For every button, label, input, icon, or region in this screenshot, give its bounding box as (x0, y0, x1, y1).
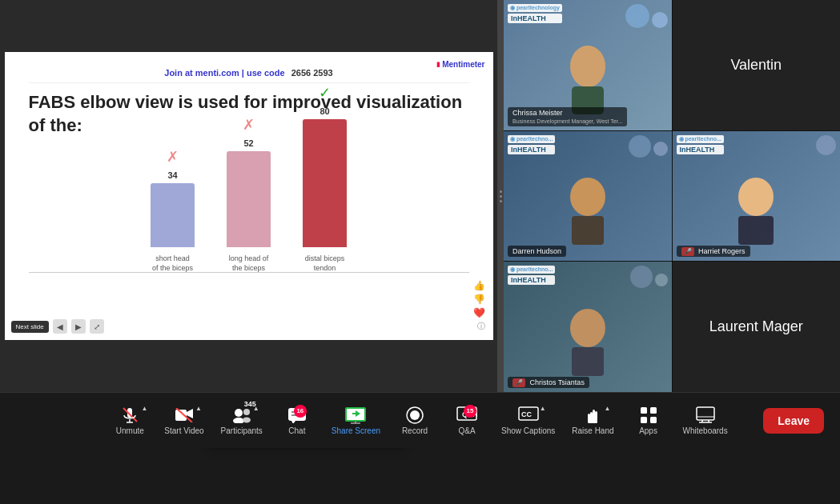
svg-point-1 (570, 46, 605, 87)
bar-label-2: long head ofthe biceps (229, 254, 269, 273)
chat-badge: 16 (294, 405, 307, 418)
record-label: Record (402, 426, 428, 435)
svg-text:CC: CC (521, 410, 532, 418)
svg-point-19 (243, 417, 251, 422)
presentation-area: Join at menti.com | use code 2656 2593 M… (0, 0, 497, 392)
video-separator[interactable] (497, 0, 504, 392)
next-slide-btn[interactable]: Next slide (11, 321, 49, 333)
deco-circles-1 (625, 4, 668, 28)
video-cell-1: ◉ pearltechnology InHEALTH Chrissa Meist… (504, 0, 672, 130)
slide-join-bar: Join at menti.com | use code 2656 2593 M… (29, 68, 469, 83)
svg-rect-43 (641, 417, 647, 423)
qa-badge: 15 (464, 405, 476, 418)
name-badge-3: Darren Hudson (508, 246, 566, 257)
face-svg-5 (556, 304, 620, 376)
svg-rect-37 (593, 410, 595, 421)
participant-name-display-6: Laurent Mager (709, 318, 803, 335)
toolbar-item-show-captions[interactable]: CC ▲ Show Captions (495, 402, 561, 439)
participants-icon: 345 ▲ (231, 406, 253, 424)
video-grid: ◉ pearltechnology InHEALTH Chrissa Meist… (504, 0, 840, 392)
toolbar-item-unmute[interactable]: ▲ Unmute (106, 402, 154, 439)
slide-nav-prev[interactable]: ◀ (53, 319, 67, 334)
toolbar-item-share-screen[interactable]: Share Screen (325, 402, 387, 439)
toolbar-item-chat[interactable]: 16 Chat (273, 402, 321, 439)
video-cell-3: ◉ pearltechno... InHEALTH Darren Hudson (504, 131, 672, 262)
svg-point-31 (410, 410, 420, 420)
video-logo-4: ◉ pearltechno... InHEALTH (677, 135, 724, 154)
apps-label: Apps (639, 426, 657, 435)
sep-dot-2 (500, 195, 502, 198)
start-video-icon: ▲ (173, 406, 195, 424)
bar-icon-1: ✗ (167, 148, 179, 166)
svg-rect-6 (738, 216, 774, 245)
svg-rect-45 (697, 407, 714, 420)
participant-name-3: Darren Hudson (512, 247, 561, 255)
svg-rect-42 (650, 407, 657, 414)
start-video-chevron: ▲ (195, 405, 202, 412)
video-logo-5: ◉ pearltechno... InHEALTH (508, 266, 555, 285)
slide-nav-play[interactable]: ▶ (71, 319, 86, 334)
video-cell-6: Laurent Mager (673, 262, 841, 392)
whiteboards-label: Whiteboards (683, 426, 728, 435)
svg-rect-41 (641, 407, 647, 414)
captions-chevron: ▲ (540, 405, 546, 412)
chat-label: Chat (288, 426, 305, 435)
toolbar: ▲ Unmute ▲ Start Video 345 ▲ Parti (0, 392, 840, 448)
whiteboards-icon (694, 406, 717, 424)
reaction-thumbsup: 👍 (473, 280, 485, 291)
toolbar-item-qa[interactable]: Q&A 15 Q&A (443, 402, 491, 439)
name-badge-4: 🎤 Harriet Rogers (677, 246, 750, 257)
unmute-chevron: ▲ (141, 405, 147, 412)
start-video-label: Start Video (164, 426, 203, 435)
toolbar-item-apps[interactable]: Apps (625, 402, 673, 439)
bar-rect-1 (151, 183, 195, 247)
share-screen-icon (344, 406, 367, 424)
chat-icon: 16 (286, 406, 308, 424)
svg-point-7 (570, 309, 605, 347)
join-bar-text: Join at menti.com | use code (164, 68, 284, 78)
participant-name-5: Christos Tsiantas (530, 378, 585, 386)
toolbar-item-participants[interactable]: 345 ▲ Participants (215, 402, 269, 439)
leave-button[interactable]: Leave (763, 408, 824, 434)
toolbar-item-whiteboards[interactable]: Whiteboards (677, 402, 734, 439)
bar-icon-2: ✗ (243, 116, 255, 134)
svg-rect-4 (572, 216, 604, 245)
face-svg-3 (556, 173, 620, 245)
join-code: 2656 2593 (291, 68, 333, 78)
raise-hand-label: Raise Hand (572, 426, 613, 435)
video-cell-2: Valentin (673, 0, 841, 130)
svg-point-3 (570, 178, 605, 216)
qa-label: Q&A (458, 426, 475, 435)
svg-point-5 (738, 178, 774, 216)
svg-rect-38 (595, 411, 597, 421)
bar-label-3: distal bicepstendon (305, 254, 345, 273)
svg-rect-44 (650, 417, 657, 423)
raise-hand-icon: ▲ (581, 406, 604, 424)
svg-point-17 (233, 418, 244, 423)
reaction-thumbsdown: 👎 (473, 294, 485, 305)
participant-sub-1: Business Development Manager, West Ter..… (512, 118, 622, 124)
slide-nav-fullscreen[interactable]: ⤢ (90, 319, 104, 334)
video-cell-4: ◉ pearltechno... InHEALTH 🎤 Harriet Roge… (673, 131, 841, 262)
reaction-info: ⓘ (473, 321, 485, 332)
face-svg-4 (724, 173, 788, 245)
slide-content: Join at menti.com | use code 2656 2593 M… (5, 52, 493, 340)
svg-point-18 (243, 409, 250, 415)
share-screen-label: Share Screen (332, 426, 380, 435)
deco-circles-3 (629, 135, 668, 158)
svg-marker-21 (291, 421, 295, 423)
bar-rect-2 (227, 151, 271, 247)
bar-rect-3 (303, 119, 347, 247)
participants-chevron: ▲ (253, 405, 259, 412)
toolbar-item-raise-hand[interactable]: ▲ Raise Hand (565, 402, 620, 439)
svg-point-16 (235, 409, 243, 417)
unmute-label: Unmute (116, 426, 144, 435)
participant-name-1: Chrissa Meister (512, 109, 563, 117)
apps-icon (637, 406, 660, 424)
bar-label-1: short headof the biceps (152, 254, 193, 273)
bar-value-2: 52 (243, 138, 253, 148)
toolbar-item-start-video[interactable]: ▲ Start Video (158, 402, 210, 439)
face-svg-1 (556, 42, 620, 114)
toolbar-item-record[interactable]: Record (391, 402, 439, 439)
raise-hand-chevron: ▲ (604, 405, 610, 412)
